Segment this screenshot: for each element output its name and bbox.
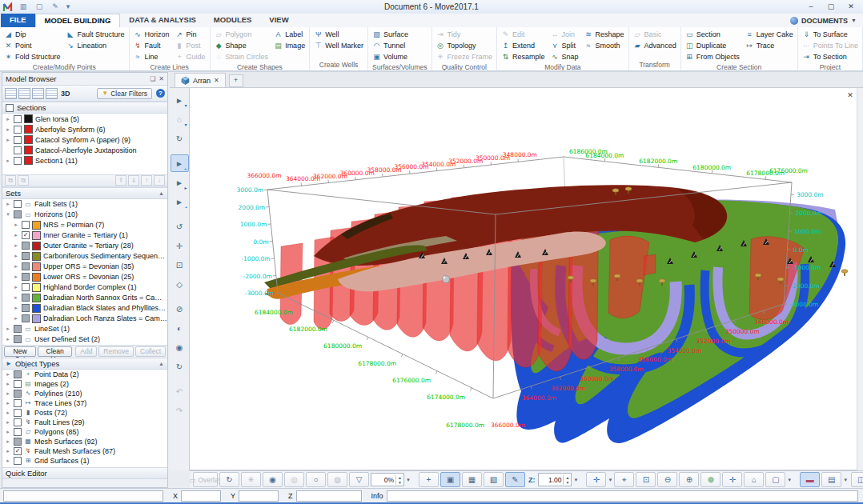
ribbon-point[interactable]: ✕Point [2, 40, 62, 50]
tree-item-grid-surfaces-1[interactable]: ▸⊞Grid Surfaces (1) [2, 456, 167, 466]
ribbon-section[interactable]: ▭Section [684, 29, 741, 39]
tree-item-upper-ors-devonian-35[interactable]: ▸Upper ORS = Devonian (35) [2, 262, 167, 272]
vp-globe-view-button[interactable]: ◍ [327, 472, 347, 487]
tree-item-glen-iorsa-5[interactable]: ▸Glen Iorsa (5) [2, 114, 167, 124]
tool-lasso-select[interactable]: ◌▾ [171, 110, 189, 128]
tool-orbit-view[interactable]: ↺ [171, 218, 189, 235]
tool-zoom-window[interactable]: ⊡ [171, 256, 189, 274]
vp-view-draw-button[interactable]: ✎ [505, 472, 525, 487]
pan-mode-options-icon[interactable]: ▼ [608, 473, 612, 486]
documents-menu[interactable]: DOCUMENTS ▼ [784, 14, 863, 27]
tree-item-fault-lines-29[interactable]: ▸↯Fault Lines (29) [2, 418, 167, 427]
caret-icon[interactable]: ▸ [13, 242, 19, 249]
toggle-panels-icon[interactable]: ▥ [16, 1, 30, 13]
minimize-button[interactable]: – [801, 2, 821, 13]
help-icon[interactable]: ? [156, 89, 165, 98]
vp-home-view-button[interactable]: ⌂ [744, 472, 764, 487]
caret-icon[interactable]: ▸ [5, 158, 11, 164]
caret-icon[interactable]: ▸ [5, 371, 11, 378]
vp-orbit-ball-button[interactable]: ◎ [284, 472, 304, 487]
caret-icon[interactable]: ▸ [13, 253, 19, 259]
ribbon-from-objects[interactable]: ⊞From Objects [684, 51, 741, 62]
tree-item-point-data-2[interactable]: ▸+Point Data (2) [2, 370, 167, 379]
tree-item-lineset-1[interactable]: ▸▭LineSet (1) [2, 324, 167, 334]
caret-icon[interactable]: ▸ [13, 263, 19, 270]
qat-more-icon[interactable]: ▾ [64, 1, 72, 13]
checkbox[interactable] [14, 380, 22, 388]
checkbox[interactable] [22, 294, 30, 302]
vp-transparency-button[interactable]: ▽ [349, 472, 369, 487]
checkbox[interactable] [22, 242, 30, 250]
caret-icon[interactable]: ▸ [13, 305, 19, 311]
caret-icon[interactable]: ▸ [5, 458, 11, 464]
vp-rotate-animation-button[interactable]: ↻ [219, 472, 239, 487]
tool-play-selection[interactable]: ►▸ [171, 174, 189, 191]
caret-icon[interactable]: ▸ [5, 381, 11, 387]
tree-item-lower-ors-devonian-25[interactable]: ▸Lower ORS = Devonian (25) [2, 272, 167, 282]
ribbon-fault[interactable]: ↯Fault [132, 40, 171, 50]
caret-icon[interactable]: ▸ [13, 284, 19, 290]
checkbox[interactable] [14, 457, 22, 465]
vp-view-section-button[interactable]: ▧ [484, 472, 504, 487]
vp-circle-view-button[interactable]: ○ [306, 472, 326, 487]
caret-icon[interactable]: ▸ [13, 274, 19, 280]
caret-icon[interactable]: ▸ [5, 326, 11, 332]
ribbon-smooth[interactable]: ≈Smooth [583, 40, 626, 50]
tree-item-section1-11[interactable]: ▸Section1 (11) [2, 155, 167, 166]
tool-hide-objects[interactable]: ⊘ [171, 300, 189, 318]
tree-item-catacol-aberfoyle-juxtaposition[interactable]: Catacol-Aberfoyle Juxtaposition [2, 145, 167, 155]
checkbox[interactable] [14, 438, 22, 446]
tab-data-analysis[interactable]: DATA & ANALYSIS [120, 14, 205, 27]
ribbon-label[interactable]: ALabel [272, 29, 307, 39]
tool-pan-view[interactable]: ✛ [171, 237, 189, 254]
tree-item-aberfoyle-synform-6[interactable]: ▸Aberfoyle Synform (6) [2, 124, 167, 134]
vp-sphere-view-button[interactable]: ◉ [263, 472, 283, 487]
caret-icon[interactable]: ▸ [13, 232, 19, 238]
vp-split-vertical-button[interactable]: ◫ [851, 472, 863, 487]
vp-view-grid-button[interactable]: ▦ [462, 472, 482, 487]
checkbox[interactable] [14, 325, 22, 333]
y-coordinate-input[interactable] [239, 490, 279, 502]
tree-item-posts-72[interactable]: ▸▮Posts (72) [2, 408, 167, 418]
checkbox[interactable] [14, 370, 22, 378]
ribbon-dip[interactable]: ◢Dip [2, 29, 62, 39]
vertical-exaggeration-arrows[interactable]: ▲▼ [563, 475, 571, 485]
checkbox[interactable] [22, 231, 30, 239]
close-button[interactable]: ✕ [841, 2, 861, 13]
maximize-button[interactable]: ▢ [821, 2, 841, 13]
tree-item-outer-granite-tertiary-28[interactable]: ▸Outer Granite = Tertiary (28) [2, 241, 167, 251]
vp-particles-button[interactable]: ✳ [241, 472, 261, 487]
ribbon-to-surface[interactable]: ⇓To Surface [801, 29, 860, 39]
tree-item-polygons-85[interactable]: ▸▱Polygons (85) [2, 427, 167, 437]
ribbon-fault-structure[interactable]: ◣Fault Structure [65, 29, 126, 39]
view-compact-icon[interactable] [5, 88, 17, 99]
caret-icon[interactable]: ▸ [5, 419, 11, 426]
vp-camera-views-button[interactable]: ▢ [765, 472, 785, 487]
collapse-sets-icon[interactable]: ▲ [159, 190, 164, 196]
checkbox[interactable] [22, 273, 30, 281]
ribbon-topology[interactable]: ◎Topology [435, 40, 495, 50]
checkbox[interactable] [22, 304, 30, 312]
caret-icon[interactable]: ▸ [5, 438, 11, 445]
ribbon-well-marker[interactable]: ⊤Well Marker [312, 40, 365, 50]
view-details-icon[interactable] [32, 88, 44, 99]
info-input[interactable] [387, 490, 858, 502]
sets-header[interactable]: Sets ▲ [2, 187, 167, 199]
checkbox[interactable] [22, 252, 30, 260]
tab-model-building[interactable]: MODEL BUILDING [35, 14, 121, 27]
checkbox[interactable] [14, 399, 22, 407]
checkbox[interactable] [14, 210, 22, 218]
caret-icon[interactable]: ▸ [5, 137, 11, 143]
z-coordinate-input[interactable] [296, 490, 362, 502]
tool-rotate-select[interactable]: ↻ [171, 130, 189, 147]
tree-item-highland-border-complex-1[interactable]: ▸Highland Border Complex (1) [2, 282, 167, 293]
ribbon-tunnel[interactable]: ◠Tunnel [371, 40, 410, 50]
object-types-header[interactable]: ► Object Types ▲ [2, 358, 167, 370]
checkbox[interactable] [14, 390, 22, 398]
vp-crosshair-button[interactable]: + [419, 472, 439, 487]
tree-item-dalradian-loch-ranza-slates-cambrian-78[interactable]: ▸Dalradian Loch Ranza Slates = Cambrian … [2, 314, 167, 324]
checkbox[interactable] [22, 283, 30, 291]
clear-filters-button[interactable]: ▼ Clear Filters [97, 88, 152, 99]
ribbon-lineation[interactable]: ↘Lineation [65, 40, 126, 50]
checkbox[interactable] [14, 335, 22, 343]
